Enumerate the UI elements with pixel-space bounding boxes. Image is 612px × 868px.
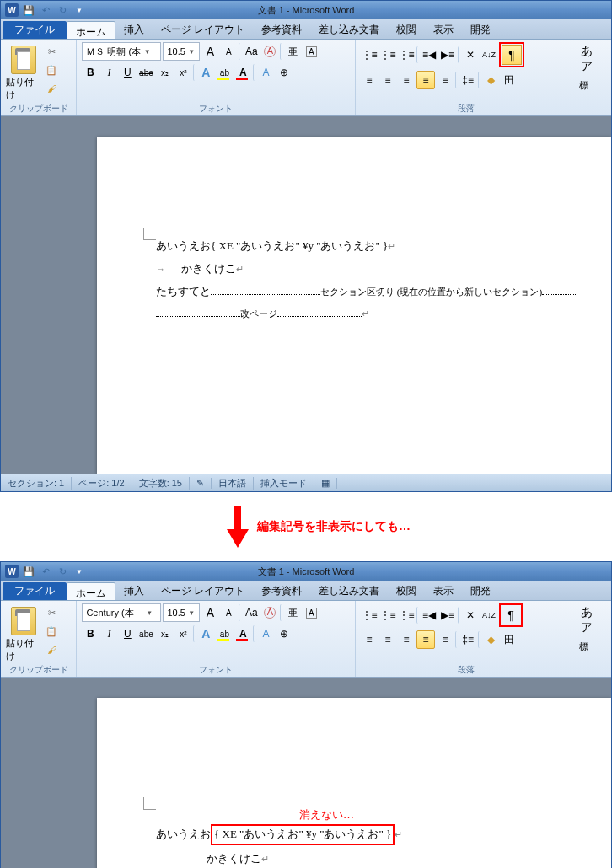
enclose-char-icon[interactable]: ⊕ — [276, 625, 293, 642]
tab-developer[interactable]: 開発 — [462, 19, 499, 39]
bold-button[interactable]: B — [82, 625, 99, 642]
doc-line-2[interactable]: かきくけこ↵ — [156, 260, 552, 278]
font-color-icon[interactable]: A — [234, 625, 251, 642]
line-spacing-icon[interactable]: ‡≡ — [455, 631, 476, 648]
status-page[interactable]: ページ: 1/2 — [72, 477, 132, 490]
tab-developer[interactable]: 開発 — [462, 581, 499, 600]
distributed-icon[interactable]: ≡ — [437, 72, 454, 88]
tab-home[interactable]: ホーム — [67, 582, 115, 600]
font-color-icon[interactable]: A — [234, 64, 251, 81]
ltr-icon[interactable]: ✕ — [458, 607, 479, 624]
qat-dropdown-icon[interactable]: ▼ — [72, 564, 87, 579]
doc-line-1[interactable]: あいうえお{ XE "あいうえお" ¥y "あいうえお" }↵ — [156, 238, 552, 255]
superscript-button[interactable]: x² — [174, 625, 191, 642]
clear-format-icon[interactable]: A — [261, 604, 278, 621]
status-mode[interactable]: 挿入モード — [254, 477, 314, 490]
format-painter-icon[interactable]: 🖌 — [45, 82, 58, 95]
format-painter-icon[interactable]: 🖌 — [45, 643, 58, 656]
grow-font-icon[interactable]: A — [201, 604, 218, 621]
tab-references[interactable]: 参考資料 — [253, 19, 310, 39]
status-words[interactable]: 文字数: 15 — [132, 477, 190, 490]
cut-icon[interactable]: ✂ — [45, 606, 58, 619]
strikethrough-button[interactable]: abe — [137, 625, 154, 642]
increase-indent-icon[interactable]: ▶≡ — [439, 46, 456, 63]
change-styles[interactable]: 標 — [579, 640, 606, 653]
font-name-combo[interactable]: Century (本ゞ▼ — [82, 603, 161, 622]
copy-icon[interactable]: 📋 — [45, 63, 58, 77]
qat-dropdown-icon[interactable]: ▼ — [72, 3, 87, 18]
status-section[interactable]: セクション: 1 — [1, 477, 72, 490]
tab-file[interactable]: ファイル — [3, 582, 67, 600]
show-hide-button[interactable]: ¶ — [502, 45, 522, 65]
undo-icon[interactable]: ↶ — [38, 564, 53, 579]
change-case-icon[interactable]: Aa — [239, 43, 260, 60]
status-macro-icon[interactable]: ▦ — [314, 478, 337, 489]
doc-line-2[interactable]: かきくけこ↵ — [156, 850, 552, 868]
char-scale-icon[interactable]: A — [253, 64, 274, 81]
numbering-icon[interactable]: ⋮≡ — [379, 607, 396, 624]
copy-icon[interactable]: 📋 — [45, 624, 58, 638]
bullets-icon[interactable]: ⋮≡ — [361, 46, 378, 63]
bullets-icon[interactable]: ⋮≡ — [361, 607, 378, 624]
status-language[interactable]: 日本語 — [212, 477, 254, 490]
decrease-indent-icon[interactable]: ≡◀ — [416, 607, 438, 624]
sort-icon[interactable]: A↓Z — [480, 607, 497, 624]
font-size-combo[interactable]: 10.5▼ — [163, 603, 200, 622]
app-icon[interactable]: W — [4, 564, 19, 579]
tab-references[interactable]: 参考資料 — [253, 581, 310, 600]
tab-home[interactable]: ホーム — [67, 21, 115, 39]
subscript-button[interactable]: x₂ — [156, 625, 173, 642]
borders-icon[interactable]: 田 — [501, 72, 518, 88]
doc-line-4[interactable]: 改ページ↵ — [156, 305, 552, 323]
tab-insert[interactable]: 挿入 — [115, 19, 153, 39]
align-left-icon[interactable]: ≡ — [361, 72, 378, 88]
enclose-char-icon[interactable]: ⊕ — [276, 64, 293, 81]
font-size-combo[interactable]: 10.5▼ — [163, 42, 200, 61]
italic-button[interactable]: I — [100, 64, 117, 81]
save-icon[interactable]: 💾 — [21, 564, 36, 579]
underline-button[interactable]: U — [119, 625, 136, 642]
tab-mailings[interactable]: 差し込み文書 — [310, 581, 388, 600]
char-scale-icon[interactable]: A — [253, 625, 274, 642]
shrink-font-icon[interactable]: A — [220, 604, 237, 621]
align-left-icon[interactable]: ≡ — [361, 631, 378, 648]
highlight-icon[interactable]: ab — [216, 64, 233, 81]
undo-icon[interactable]: ↶ — [38, 3, 53, 18]
tab-view[interactable]: 表示 — [425, 581, 462, 600]
save-icon[interactable]: 💾 — [21, 3, 36, 18]
grow-font-icon[interactable]: A — [201, 43, 218, 60]
ltr-icon[interactable]: ✕ — [458, 46, 479, 63]
tab-mailings[interactable]: 差し込み文書 — [310, 19, 388, 39]
align-right-icon[interactable]: ≡ — [398, 631, 415, 648]
tab-page-layout[interactable]: ページ レイアウト — [153, 19, 253, 39]
tab-page-layout[interactable]: ページ レイアウト — [153, 581, 253, 600]
multilevel-icon[interactable]: ⋮≡ — [398, 46, 415, 63]
shrink-font-icon[interactable]: A — [220, 43, 237, 60]
subscript-button[interactable]: x₂ — [156, 64, 173, 81]
superscript-button[interactable]: x² — [174, 64, 191, 81]
shading-icon[interactable]: ◆ — [478, 631, 499, 648]
align-center-icon[interactable]: ≡ — [379, 72, 396, 88]
sort-icon[interactable]: A↓Z — [480, 46, 497, 63]
app-icon[interactable]: W — [4, 3, 19, 18]
char-border-icon[interactable]: A — [303, 43, 319, 60]
show-hide-button[interactable]: ¶ — [502, 606, 520, 624]
bold-button[interactable]: B — [82, 64, 99, 81]
multilevel-icon[interactable]: ⋮≡ — [398, 607, 415, 624]
redo-icon[interactable]: ↻ — [55, 564, 70, 579]
font-name-combo[interactable]: ＭＳ 明朝 (本▼ — [82, 42, 161, 61]
text-effects-icon[interactable]: A — [193, 625, 214, 642]
char-border-icon[interactable]: A — [303, 604, 319, 621]
justify-icon[interactable]: ≡ — [416, 71, 435, 89]
distributed-icon[interactable]: ≡ — [437, 631, 454, 648]
style-item[interactable]: あア — [581, 605, 604, 635]
tab-review[interactable]: 校閲 — [388, 581, 425, 600]
shading-icon[interactable]: ◆ — [478, 72, 499, 88]
align-center-icon[interactable]: ≡ — [379, 631, 396, 648]
status-proof-icon[interactable]: ✎ — [190, 478, 212, 489]
change-styles[interactable]: 標 — [579, 79, 606, 92]
borders-icon[interactable]: 田 — [501, 631, 518, 648]
increase-indent-icon[interactable]: ▶≡ — [439, 607, 456, 624]
strikethrough-button[interactable]: abe — [137, 64, 154, 81]
phonetic-guide-icon[interactable]: 亜 — [280, 604, 301, 621]
